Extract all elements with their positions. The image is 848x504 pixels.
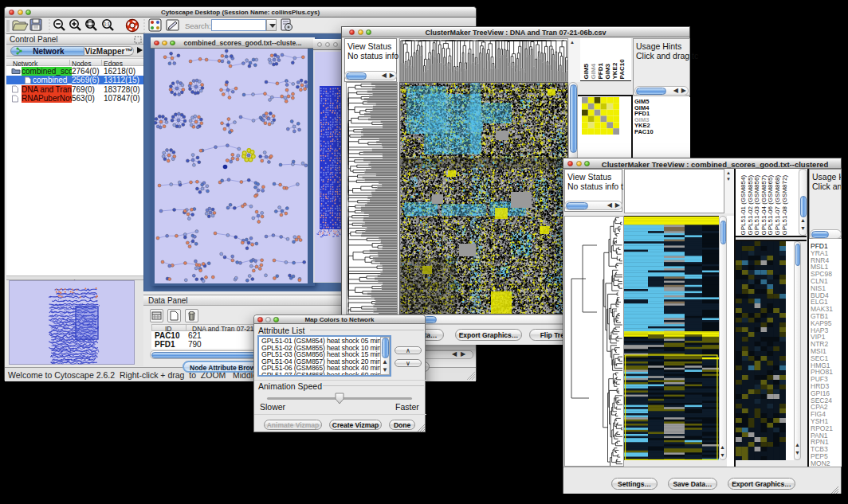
svg-text:1:1: 1:1 [104, 21, 110, 26]
